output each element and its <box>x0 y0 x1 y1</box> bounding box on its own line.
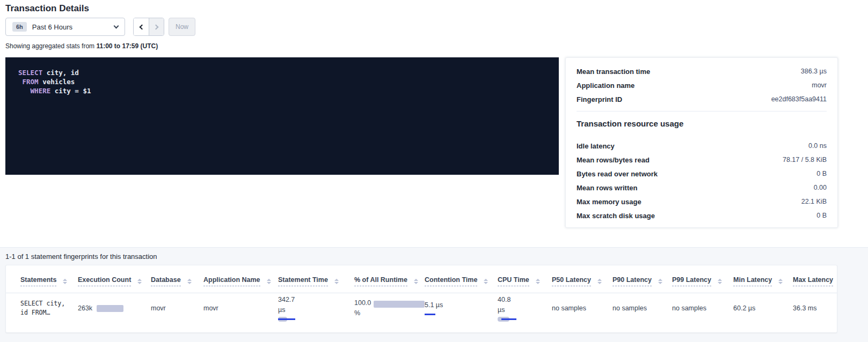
sort-icon <box>414 279 418 284</box>
column-header-max-latency[interactable]: Max Latency <box>793 265 837 293</box>
summary-value: 0 B <box>816 212 827 219</box>
card-divider <box>577 111 827 111</box>
column-header-statement-time[interactable]: Statement Time <box>278 265 354 293</box>
summary-label: Mean rows/bytes read <box>577 156 650 164</box>
column-header-p99-latency[interactable]: P99 Latency <box>672 265 733 293</box>
column-header-application-name[interactable]: Application Name <box>203 265 278 293</box>
mean-bar <box>501 318 516 320</box>
column-header-contention-time[interactable]: Contention Time <box>425 265 498 293</box>
sort-icon <box>334 279 339 284</box>
time-nav-group <box>133 18 164 36</box>
sort-icon <box>778 279 783 284</box>
sort-icon <box>63 279 67 284</box>
summary-label: Max scratch disk usage <box>577 212 655 220</box>
summary-value: 78.17 / 5.8 KiB <box>783 156 827 163</box>
sql-query-box: SELECT city, id FROM vehicles WHERE city… <box>5 57 559 175</box>
mean-bar <box>425 314 435 315</box>
transaction-details-page: Transaction Details 6h Past 6 Hours Now … <box>0 0 868 342</box>
sort-icon <box>718 279 722 284</box>
summary-label: Idle latency <box>577 142 615 150</box>
resource-usage-heading: Transaction resource usage <box>577 119 827 128</box>
statements-table: Statements Execution Count Database Appl… <box>6 265 837 324</box>
column-header-execution-count[interactable]: Execution Count <box>78 265 151 293</box>
summary-row-fingerprint-id: Fingerprint ID ee2df683f5aa9411 <box>577 92 827 106</box>
next-time-button[interactable] <box>149 18 164 35</box>
p50-latency-cell: no samples <box>552 293 612 324</box>
aggregation-range-prefix: Showing aggregated stats from <box>5 42 94 50</box>
summary-row-mean-transaction-time: Mean transaction time 386.3 µs <box>577 64 827 78</box>
execution-count-bar <box>97 305 123 312</box>
p90-latency-cell: no samples <box>612 293 672 324</box>
summary-value: ee2df683f5aa9411 <box>771 95 827 103</box>
prev-time-button[interactable] <box>134 18 149 35</box>
statement-row: SELECT city, id FROM… 263k movr movr <box>6 293 837 324</box>
summary-value: 22.1 KiB <box>801 198 827 205</box>
summary-label: Fingerprint ID <box>577 95 622 103</box>
column-header-cpu-time[interactable]: CPU Time <box>498 265 552 293</box>
pct-runtime-cell: 100.0 % <box>354 293 425 324</box>
pct-runtime-value: 100.0 <box>354 298 371 308</box>
sort-icon <box>267 279 271 284</box>
column-header-database[interactable]: Database <box>151 265 203 293</box>
contention-time-bar <box>425 312 435 317</box>
statement-time-cell: 342.7 µs <box>278 293 354 324</box>
summary-row-mean-rows-bytes-read: Mean rows/bytes read 78.17 / 5.8 KiB <box>577 153 827 167</box>
time-range-picker[interactable]: 6h Past 6 Hours <box>5 18 125 36</box>
sort-icon <box>187 279 192 284</box>
page-title: Transaction Details <box>5 3 89 14</box>
application-name-cell: movr <box>203 293 278 324</box>
summary-row-idle-latency: Idle latency 0.0 ns <box>577 139 827 153</box>
column-header-pct-of-all-runtime[interactable]: % of All Runtime <box>354 265 425 293</box>
now-button[interactable]: Now <box>169 18 195 36</box>
chevron-right-icon <box>153 24 158 29</box>
summary-value: movr <box>812 81 827 89</box>
column-header-p90-latency[interactable]: P90 Latency <box>612 265 672 293</box>
column-header-p50-latency[interactable]: P50 Latency <box>552 265 612 293</box>
sql-line: FROM vehicles <box>18 77 546 86</box>
summary-label: Mean rows written <box>577 184 637 192</box>
summary-value: 386.3 µs <box>801 68 827 75</box>
contention-time-value: 5.1 µs <box>425 300 498 310</box>
pct-runtime-unit: % <box>354 308 371 318</box>
summary-row-bytes-read-over-network: Bytes read over network 0 B <box>577 167 827 181</box>
chevron-down-icon <box>114 24 119 29</box>
p99-latency-cell: no samples <box>672 293 733 324</box>
sort-icon <box>536 279 540 284</box>
statement-text-line1: SELECT city, <box>20 299 78 308</box>
summary-label: Mean transaction time <box>577 68 650 76</box>
sql-keyword: FROM <box>23 78 39 86</box>
time-interval-badge: 6h <box>12 22 27 32</box>
summary-value: 0 B <box>816 170 827 177</box>
summary-row-max-scratch-disk-usage: Max scratch disk usage 0 B <box>577 209 827 222</box>
summary-value: 0.00 <box>814 184 827 191</box>
cpu-time-cell: 40.8 µs <box>498 293 552 324</box>
aggregation-range-value: 11:00 to 17:59 (UTC) <box>96 42 158 50</box>
statement-count-text: 1-1 of 1 statement fingerprints for this… <box>5 252 157 261</box>
summary-label: Application name <box>577 81 634 90</box>
summary-label: Max memory usage <box>577 198 641 206</box>
summary-row-application-name: Application name movr <box>577 78 827 92</box>
contention-time-cell: 5.1 µs <box>425 293 498 324</box>
database-cell: movr <box>151 293 203 324</box>
statement-text-line2: id FROM… <box>20 308 78 317</box>
statement-link[interactable]: SELECT city, id FROM… <box>6 293 78 324</box>
execution-count-cell: 263k <box>78 293 151 324</box>
column-header-min-latency[interactable]: Min Latency <box>733 265 793 293</box>
statement-time-value: 342.7 <box>278 295 354 305</box>
cpu-time-unit: µs <box>498 305 552 315</box>
statements-section: 1-1 of 1 statement fingerprints for this… <box>0 247 868 342</box>
statements-table-card: Statements Execution Count Database Appl… <box>5 265 837 333</box>
summary-row-max-memory-usage: Max memory usage 22.1 KiB <box>577 195 827 209</box>
sql-line: SELECT city, id <box>18 68 546 77</box>
sort-icon <box>658 279 662 284</box>
chevron-left-icon <box>140 24 145 29</box>
summary-value: 0.0 ns <box>808 142 827 150</box>
sort-icon <box>137 279 142 284</box>
column-header-statements[interactable]: Statements <box>6 265 78 293</box>
summary-row-mean-rows-written: Mean rows written 0.00 <box>577 181 827 195</box>
statement-time-unit: µs <box>278 305 354 315</box>
pct-runtime-bar <box>374 301 425 308</box>
cpu-time-bar <box>498 317 516 322</box>
aggregation-range-text: Showing aggregated stats from 11:00 to 1… <box>5 42 158 50</box>
sort-icon <box>484 279 488 284</box>
